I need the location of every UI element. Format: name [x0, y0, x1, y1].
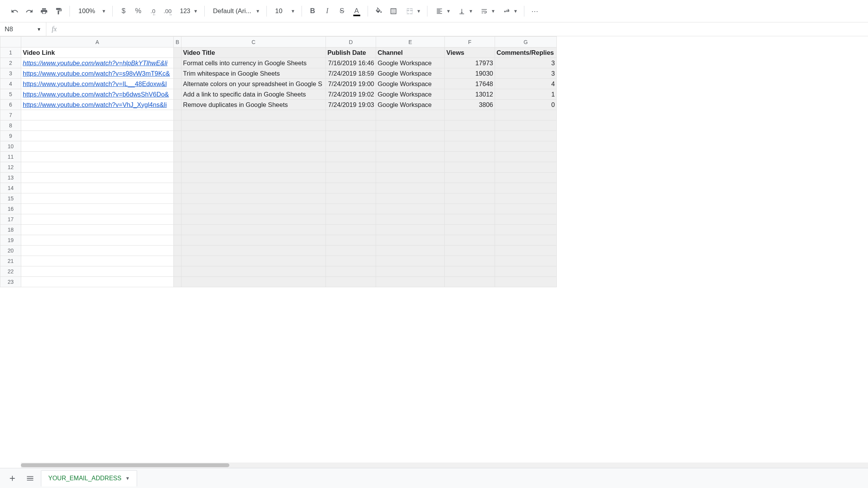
format-currency-button[interactable]: $	[117, 4, 131, 18]
cell-A21[interactable]	[21, 256, 174, 266]
row-header-22[interactable]: 22	[0, 266, 21, 277]
scrollbar-thumb[interactable]	[21, 463, 229, 467]
cell-D13[interactable]	[326, 173, 376, 183]
cell-F9[interactable]	[445, 131, 495, 141]
text-wrap-button[interactable]: ▼	[476, 4, 498, 18]
cell-F12[interactable]	[445, 162, 495, 173]
cell-F20[interactable]	[445, 246, 495, 256]
cell-D19[interactable]	[326, 235, 376, 246]
video-link[interactable]: https://www.youtube.com/watch?v=s98vW3mT…	[23, 70, 170, 77]
row-header-15[interactable]: 15	[0, 193, 21, 204]
cell-A22[interactable]	[21, 266, 174, 277]
cell-E1[interactable]: Channel	[376, 47, 445, 58]
cell-G15[interactable]	[495, 193, 557, 204]
video-link[interactable]: https://www.youtube.com/watch?v=IL__48Ed…	[23, 80, 167, 87]
borders-button[interactable]	[387, 4, 400, 18]
font-size-select[interactable]: 10 ▼	[271, 4, 298, 18]
cell-D7[interactable]	[326, 110, 376, 120]
row-header-12[interactable]: 12	[0, 162, 21, 173]
cell-C7[interactable]	[181, 110, 326, 120]
cell-F13[interactable]	[445, 173, 495, 183]
cell-C1[interactable]: Video Title	[181, 47, 326, 58]
row-header-1[interactable]: 1	[0, 47, 21, 58]
cell-A18[interactable]	[21, 225, 174, 235]
cell-D23[interactable]	[326, 277, 376, 287]
column-header-F[interactable]: F	[445, 37, 495, 47]
cell-F17[interactable]	[445, 214, 495, 225]
cell-D2[interactable]: 7/16/2019 16:46	[326, 58, 376, 68]
cell-C14[interactable]	[181, 183, 326, 193]
cell-B20[interactable]	[174, 246, 181, 256]
cell-A10[interactable]	[21, 141, 174, 152]
video-link[interactable]: https://www.youtube.com/watch?v=hlpBkYTl…	[23, 59, 168, 66]
cell-G10[interactable]	[495, 141, 557, 152]
sheet-tab[interactable]: YOUR_EMAIL_ADDRESS ▼	[41, 470, 137, 486]
cell-B2[interactable]	[174, 58, 181, 68]
column-header-B[interactable]: B	[174, 37, 181, 47]
cell-F1[interactable]: Views	[445, 47, 495, 58]
cell-A4[interactable]: https://www.youtube.com/watch?v=IL__48Ed…	[21, 79, 174, 89]
cell-A13[interactable]	[21, 173, 174, 183]
cell-F16[interactable]	[445, 204, 495, 214]
row-header-4[interactable]: 4	[0, 79, 21, 89]
column-header-G[interactable]: G	[495, 37, 557, 47]
cell-A8[interactable]	[21, 120, 174, 131]
horizontal-align-button[interactable]: ▼	[431, 4, 453, 18]
cell-D18[interactable]	[326, 225, 376, 235]
formula-input[interactable]	[62, 22, 868, 36]
row-header-6[interactable]: 6	[0, 100, 21, 110]
row-header-19[interactable]: 19	[0, 235, 21, 246]
cell-E23[interactable]	[376, 277, 445, 287]
cell-E21[interactable]	[376, 256, 445, 266]
print-button[interactable]	[37, 4, 51, 18]
cell-F14[interactable]	[445, 183, 495, 193]
cell-G3[interactable]: 3	[495, 68, 557, 79]
cell-G16[interactable]	[495, 204, 557, 214]
cell-C5[interactable]: Add a link to specific data in Google Sh…	[181, 89, 326, 100]
more-formats-select[interactable]: 123▼	[175, 4, 200, 18]
cell-E22[interactable]	[376, 266, 445, 277]
cell-G4[interactable]: 4	[495, 79, 557, 89]
cell-A19[interactable]	[21, 235, 174, 246]
row-header-14[interactable]: 14	[0, 183, 21, 193]
cell-G23[interactable]	[495, 277, 557, 287]
cell-E9[interactable]	[376, 131, 445, 141]
horizontal-scrollbar[interactable]	[21, 463, 868, 468]
cell-C10[interactable]	[181, 141, 326, 152]
zoom-select[interactable]: 100% ▼	[74, 4, 108, 18]
cell-B5[interactable]	[174, 89, 181, 100]
cell-D10[interactable]	[326, 141, 376, 152]
cell-A3[interactable]: https://www.youtube.com/watch?v=s98vW3mT…	[21, 68, 174, 79]
cell-B8[interactable]	[174, 120, 181, 131]
cell-B7[interactable]	[174, 110, 181, 120]
cell-A7[interactable]	[21, 110, 174, 120]
cell-B21[interactable]	[174, 256, 181, 266]
cell-C8[interactable]	[181, 120, 326, 131]
cell-B18[interactable]	[174, 225, 181, 235]
cell-F2[interactable]: 17973	[445, 58, 495, 68]
cell-F11[interactable]	[445, 152, 495, 162]
cell-F4[interactable]: 17648	[445, 79, 495, 89]
row-header-13[interactable]: 13	[0, 173, 21, 183]
cell-A11[interactable]	[21, 152, 174, 162]
undo-button[interactable]	[8, 4, 22, 18]
cell-A5[interactable]: https://www.youtube.com/watch?v=b6dwsShV…	[21, 89, 174, 100]
cell-D15[interactable]	[326, 193, 376, 204]
redo-button[interactable]	[22, 4, 36, 18]
cell-F7[interactable]	[445, 110, 495, 120]
add-sheet-button[interactable]	[5, 471, 19, 485]
column-header-D[interactable]: D	[326, 37, 376, 47]
cell-D20[interactable]	[326, 246, 376, 256]
cell-E7[interactable]	[376, 110, 445, 120]
text-rotation-button[interactable]: ▼	[498, 4, 520, 18]
cell-A14[interactable]	[21, 183, 174, 193]
cell-B10[interactable]	[174, 141, 181, 152]
cell-B23[interactable]	[174, 277, 181, 287]
video-link[interactable]: https://www.youtube.com/watch?v=VhJ_Xygl…	[23, 101, 167, 108]
row-header-18[interactable]: 18	[0, 225, 21, 235]
cell-B11[interactable]	[174, 152, 181, 162]
cell-F21[interactable]	[445, 256, 495, 266]
cell-C9[interactable]	[181, 131, 326, 141]
cell-F5[interactable]: 13012	[445, 89, 495, 100]
cell-E3[interactable]: Google Workspace	[376, 68, 445, 79]
